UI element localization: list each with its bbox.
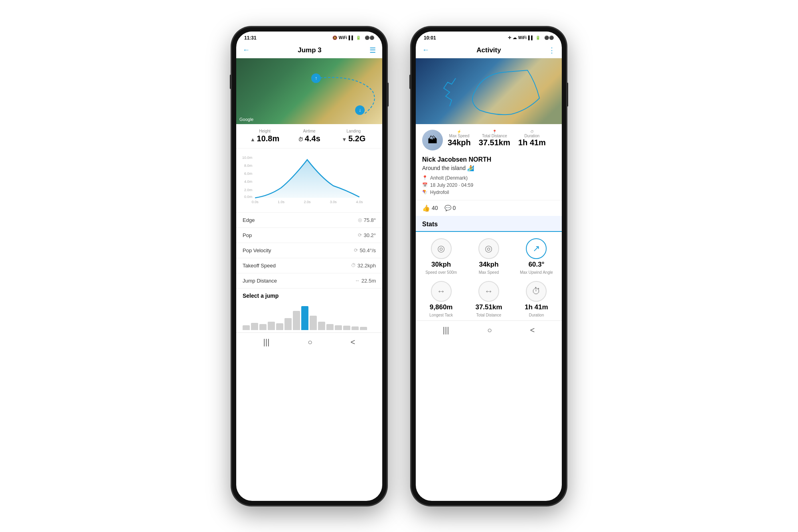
cloud-icon: ☁ (513, 36, 517, 40)
comments-item[interactable]: 💬 0 (444, 205, 456, 211)
calendar-icon: 📅 (422, 182, 428, 188)
nav-recent-apps-2[interactable]: ||| (443, 326, 449, 335)
avatar: 🏔 (422, 130, 443, 150)
jump-bar[interactable] (335, 325, 342, 330)
svg-text:1.0s: 1.0s (278, 200, 285, 204)
metric-name: Pop Velocity (243, 247, 271, 253)
metric-row: Pop ⟳ 30.2° (236, 227, 382, 243)
svg-text:4.0m: 4.0m (244, 180, 252, 184)
social-row: 👍 40 💬 0 (416, 200, 562, 216)
jump-bar[interactable] (326, 324, 334, 330)
activity-gear: 🪁 Hydrofoil (422, 190, 555, 195)
gps-icon: ✛ (508, 36, 511, 40)
duration-value: 1h 41m (518, 138, 546, 147)
nav-home-1[interactable]: ○ (308, 338, 312, 347)
nav-home-2[interactable]: ○ (487, 326, 492, 335)
landing-label: Landing (347, 129, 361, 133)
jump-bar[interactable] (259, 324, 267, 330)
menu-button-1[interactable]: ☰ (369, 46, 376, 55)
map-area-2 (416, 58, 562, 124)
page-title-1: Jump 3 (298, 46, 322, 54)
svg-text:8.0m: 8.0m (244, 164, 252, 168)
jump-bar[interactable] (310, 316, 317, 330)
activity-date: 📅 18 July 2020 · 04:59 (422, 182, 555, 188)
back-button-1[interactable]: ← (243, 46, 250, 54)
metric-value: 22.5m (361, 278, 376, 284)
status-icons-1: 🔕 WiFi ▌▌ 🔋 ⚫⚫ (332, 36, 374, 40)
svg-text:0.0m: 0.0m (244, 194, 252, 198)
jump-bar[interactable] (293, 311, 300, 330)
activity-info: Nick Jacobsen NORTH Around the island 🏄 … (416, 156, 562, 200)
profile-stats: ⚡ Max Speed 34kph 📍 Total Distance 37.51… (448, 130, 555, 147)
metric-value: 32.2kph (358, 263, 376, 269)
metric-icon: ◎ (358, 217, 362, 223)
stat-airtime: Airtime ⏱ 4.4s (287, 129, 331, 143)
svg-text:10.0m: 10.0m (242, 156, 252, 160)
select-jump-section: Select a jump (236, 288, 382, 332)
total-dist-label: Total Distance (482, 134, 507, 138)
height-value: ▲ 10.8m (250, 134, 279, 143)
app-header-2: ← Activity ⋮ (416, 43, 562, 58)
stat-label: Max Upwind Angle (520, 270, 553, 275)
metric-value: 50.4°/s (359, 247, 376, 253)
nav-back-1[interactable]: < (351, 338, 356, 347)
bottom-nav-1: ||| ○ < (236, 332, 382, 352)
likes-item[interactable]: 👍 40 (422, 204, 438, 212)
metrics-list: Edge ◎ 75.8° Pop ⟳ 30.2° Pop Velocity ⟳ … (236, 212, 382, 288)
status-icons-2: ✛ ☁ WiFi ▌▌ 🔋 ⚫⚫ (508, 36, 554, 40)
stat-icon: ⏱ (526, 281, 547, 302)
stats-grid-item: ↔ 9,860m Longest Tack (421, 281, 462, 317)
metric-value-wrap: ⟳ 30.2° (358, 232, 376, 238)
map-route-1: ↑ ↓ (236, 58, 382, 124)
location-icon: 📍 (422, 175, 428, 180)
stat-label: Longest Tack (429, 313, 453, 317)
jump-bar[interactable] (360, 327, 367, 330)
stats-grid-item: ◎ 30kph Speed over 500m (421, 238, 462, 275)
jump-chart: 10.0m 8.0m 6.0m 4.0m 2.0m 0.0m 0.0s 1.0s… (236, 148, 382, 212)
activity-user: Nick Jacobsen NORTH (422, 156, 555, 163)
stat-value: 9,860m (430, 303, 453, 311)
svg-text:↓: ↓ (359, 107, 361, 113)
total-dist-value: 37.51km (479, 138, 510, 147)
menu-button-2[interactable]: ⋮ (548, 46, 555, 55)
battery-icon: 🔋 (356, 36, 361, 40)
airtime-value: ⏱ 4.4s (298, 134, 320, 143)
scroll-content-2: 🏔 ⚡ Max Speed 34kph 📍 Total Distance 37.… (416, 58, 562, 501)
status-bar-1: 11:31 🔕 WiFi ▌▌ 🔋 ⚫⚫ (236, 32, 382, 43)
stat-icon: ◎ (431, 238, 452, 259)
scroll-content-1: ↑ ↓ Google Height ▲ 10.8m Airtime (236, 58, 382, 501)
stat-icon: ◎ (478, 238, 499, 259)
jump-bar[interactable] (284, 318, 292, 330)
jump-bar[interactable] (251, 323, 258, 330)
activity-subtitle: Around the island 🏄 (422, 165, 555, 171)
like-icon: 👍 (422, 204, 430, 212)
metric-icon: ⟳ (354, 247, 358, 253)
stats-grid-item: ⏱ 1h 41m Duration (516, 281, 557, 317)
jump-bar[interactable] (301, 306, 308, 330)
jump-bar[interactable] (318, 322, 325, 330)
nav-back-2[interactable]: < (530, 326, 535, 335)
status-time-2: 10:01 (424, 35, 436, 41)
metric-value-wrap: ⟳ 50.4°/s (354, 247, 376, 253)
signal-icon: ▌▌ (349, 36, 354, 40)
mute-icon: 🔕 (332, 36, 337, 40)
max-speed-label: Max Speed (449, 134, 470, 138)
metric-value: 75.8° (363, 217, 376, 223)
page-title-2: Activity (476, 46, 501, 54)
jump-bar[interactable] (352, 326, 359, 330)
jump-bar[interactable] (276, 323, 283, 330)
jump-bar[interactable] (268, 322, 275, 330)
jump-bar[interactable] (343, 326, 350, 330)
stat-value: 30kph (431, 261, 451, 269)
max-speed-stat: ⚡ Max Speed 34kph (448, 130, 471, 147)
bars-container[interactable] (243, 302, 376, 330)
stats-grid-item: ↗ 60.3° Max Upwind Angle (516, 238, 557, 275)
landing-value: ▼ 5.2G (342, 134, 365, 143)
signal-icon-2: ▌▌ (528, 36, 534, 40)
nav-recent-apps-1[interactable]: ||| (263, 338, 270, 347)
svg-text:4.0s: 4.0s (356, 200, 363, 204)
jump-bar[interactable] (243, 325, 250, 330)
map-area-1: ↑ ↓ Google (236, 58, 382, 124)
profile-row: 🏔 ⚡ Max Speed 34kph 📍 Total Distance 37.… (416, 124, 562, 156)
back-button-2[interactable]: ← (422, 46, 429, 54)
